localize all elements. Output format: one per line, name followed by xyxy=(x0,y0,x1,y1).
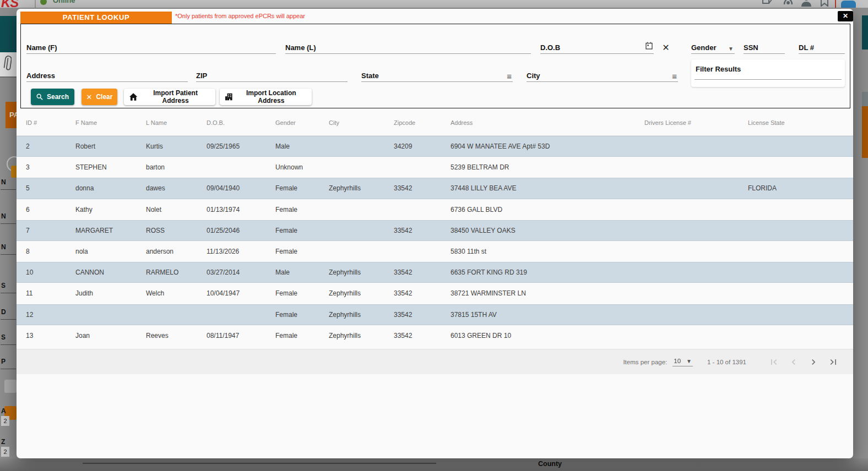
table-cell-gender: Female xyxy=(275,248,329,255)
search-icon xyxy=(36,93,43,101)
table-cell-dob: 01/13/1974 xyxy=(207,206,275,213)
patient-table-body: 2RobertKurtis09/25/1965Male342096904 W M… xyxy=(17,136,853,346)
zip-field[interactable]: ZIP xyxy=(196,69,348,82)
table-cell-lname: anderson xyxy=(146,248,207,255)
app-logo: KS xyxy=(1,0,18,8)
dl-label: DL # xyxy=(799,43,814,53)
calendar-icon[interactable] xyxy=(645,42,653,52)
dob-label: D.O.B xyxy=(540,43,560,53)
table-row[interactable]: 3STEPHENbartonUnknown5239 BELTRAM DR xyxy=(17,157,853,178)
state-select[interactable]: State ≡ xyxy=(361,69,513,82)
name-last-label: Name (L) xyxy=(285,43,316,53)
table-cell-lname: RARMELO xyxy=(146,269,207,276)
column-header-fname: F Name xyxy=(75,119,146,126)
column-header-dob: D.O.B. xyxy=(207,119,275,126)
table-cell-lname: Welch xyxy=(146,289,207,297)
table-cell-address: 5239 BELTRAM DR xyxy=(451,163,644,171)
dl-field[interactable]: DL # xyxy=(799,41,845,54)
ssn-field[interactable]: SSN xyxy=(744,41,785,54)
table-cell-id: 11 xyxy=(26,289,75,297)
patient-tab-fragment-label: PA xyxy=(9,111,17,119)
table-row[interactable]: 2RobertKurtis09/25/1965Male342096904 W M… xyxy=(17,136,853,157)
table-cell-address: 6635 FORT KING RD 319 xyxy=(451,269,644,276)
ssn-label: SSN xyxy=(744,43,758,53)
table-cell-city: Zephyrhills xyxy=(329,184,394,192)
table-row[interactable]: 10CANNONRARMELO03/27/2014MaleZephyrhills… xyxy=(17,262,853,283)
table-row[interactable]: 7MARGARETROSS01/25/2046Female3354238450 … xyxy=(17,220,853,241)
online-status-label: Online xyxy=(53,0,75,4)
table-cell-city: Zephyrhills xyxy=(329,332,394,339)
online-status-icon xyxy=(40,0,47,5)
background-address-value-fragment: 2 xyxy=(1,416,9,426)
gender-label: Gender xyxy=(691,43,717,53)
background-bottom-strip xyxy=(0,458,868,471)
clear-x-icon: ✕ xyxy=(86,93,93,101)
search-button-label: Search xyxy=(47,93,69,101)
background-gray-button-fragment xyxy=(4,380,17,393)
table-cell-fname: MARGARET xyxy=(75,227,146,234)
last-page-icon[interactable] xyxy=(828,357,839,368)
table-cell-gender: Female xyxy=(275,184,329,192)
dob-field[interactable]: D.O.B xyxy=(540,41,654,54)
import-location-address-button[interactable]: Import Location Address xyxy=(220,89,312,105)
filter-results-label: Filter Results xyxy=(696,65,741,73)
background-field-underline xyxy=(1,319,16,320)
table-cell-city: Zephyrhills xyxy=(329,269,394,276)
city-select[interactable]: City ≡ xyxy=(527,69,678,82)
modal-title-tab: PATIENT LOOKUP xyxy=(20,12,172,24)
table-cell-id: 2 xyxy=(26,143,75,150)
table-cell-dob: 10/04/1947 xyxy=(207,289,275,297)
table-cell-lname: Reeves xyxy=(146,332,207,339)
table-cell-license: FLORIDA xyxy=(748,184,844,192)
name-first-field[interactable]: Name (F) xyxy=(26,41,276,54)
background-field-letter: N xyxy=(1,178,6,186)
background-field-underline xyxy=(1,189,16,190)
next-page-icon[interactable] xyxy=(808,357,819,368)
home-icon xyxy=(129,93,137,101)
county-label: County xyxy=(538,460,562,468)
table-cell-fname: donna xyxy=(75,184,146,192)
column-header-drivers-license: Drivers License # xyxy=(644,119,748,126)
name-last-field[interactable]: Name (L) xyxy=(285,41,531,54)
items-per-page-select[interactable]: 10 ▼ xyxy=(672,358,693,366)
table-row[interactable]: 8nolaanderson11/13/2026Female5830 11th s… xyxy=(17,241,853,262)
search-form-panel: Name (F) Name (L) D.O.B ✕ Gender ▼ SSN D… xyxy=(20,24,850,108)
table-row[interactable]: 12FemaleZephyrhills3354237815 15TH AV xyxy=(17,304,853,325)
background-field-underline xyxy=(1,254,16,255)
previous-page-icon[interactable] xyxy=(788,357,799,368)
gender-select[interactable]: Gender ▼ xyxy=(691,41,735,54)
clear-button[interactable]: ✕ Clear xyxy=(82,89,117,105)
table-row[interactable]: 5donnadawes09/04/1940FemaleZephyrhills33… xyxy=(17,178,853,199)
filter-results-field[interactable]: Filter Results xyxy=(691,59,845,87)
background-attachment-strip xyxy=(0,52,17,78)
column-header-address: Address xyxy=(451,119,644,126)
import-patient-address-button[interactable]: Import Patient Address xyxy=(124,89,215,105)
items-per-page-value: 10 xyxy=(674,358,681,364)
table-cell-gender: Male xyxy=(275,143,329,150)
table-cell-city: Zephyrhills xyxy=(329,289,394,297)
background-address-letter: A xyxy=(1,407,6,415)
table-cell-fname: Judith xyxy=(75,289,146,297)
background-field-letter: N xyxy=(1,243,6,251)
table-cell-fname: STEPHEN xyxy=(75,163,146,171)
background-field-letter: P xyxy=(1,358,6,365)
table-cell-city: Zephyrhills xyxy=(329,311,394,319)
first-page-icon[interactable] xyxy=(768,357,779,368)
filter-results-underline xyxy=(695,79,842,80)
table-row[interactable]: 13JoanReeves08/11/1947FemaleZephyrhills3… xyxy=(17,325,853,346)
table-row[interactable]: 6KathyNolet01/13/1974Female6736 GALL BLV… xyxy=(17,199,853,220)
close-button[interactable]: ✕ xyxy=(838,11,853,21)
search-button[interactable]: Search xyxy=(31,89,74,105)
column-header-id: ID # xyxy=(26,119,75,126)
table-row[interactable]: 11JudithWelch10/04/1947FemaleZephyrhills… xyxy=(17,283,853,304)
table-cell-dob: 11/13/2026 xyxy=(207,248,275,255)
table-cell-zip: 34209 xyxy=(394,143,451,150)
header-red-divider xyxy=(835,0,836,8)
background-app-header: KS Online xyxy=(0,0,868,8)
table-cell-zip: 33542 xyxy=(394,184,451,192)
dob-clear-icon[interactable]: ✕ xyxy=(660,42,672,54)
background-right-teal-fragment xyxy=(862,15,868,50)
person-icon xyxy=(800,0,813,8)
address-field[interactable]: Address xyxy=(26,69,188,82)
table-cell-address: 38450 VALLEY OAKS xyxy=(451,227,644,234)
